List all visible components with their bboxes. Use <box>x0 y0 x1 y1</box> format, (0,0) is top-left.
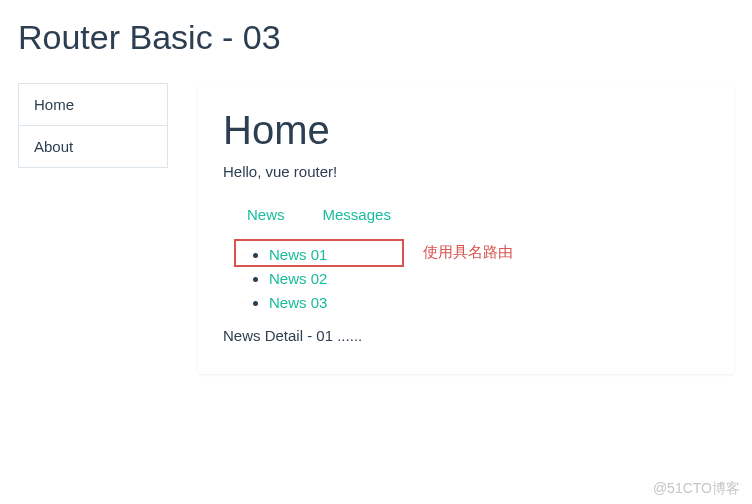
news-list: 使用具名路由 News 01 News 02 News 03 <box>223 243 709 315</box>
sidebar-item-about[interactable]: About <box>19 126 167 167</box>
annotation-text: 使用具名路由 <box>423 243 513 262</box>
tab-news[interactable]: News <box>243 198 289 231</box>
main-greeting: Hello, vue router! <box>223 163 709 180</box>
sidebar-item-home[interactable]: Home <box>19 84 167 126</box>
list-item: News 02 <box>269 267 709 291</box>
layout: Home About Home Hello, vue router! News … <box>18 83 734 374</box>
main-panel: Home Hello, vue router! News Messages 使用… <box>198 83 734 374</box>
main-heading: Home <box>223 108 709 153</box>
news-link-02[interactable]: News 02 <box>269 270 327 287</box>
sidebar: Home About <box>18 83 168 168</box>
watermark: @51CTO博客 <box>653 480 740 498</box>
list-item: News 03 <box>269 291 709 315</box>
tabs: News Messages <box>223 198 709 231</box>
tab-messages[interactable]: Messages <box>319 198 395 231</box>
page-title: Router Basic - 03 <box>18 18 734 57</box>
news-link-03[interactable]: News 03 <box>269 294 327 311</box>
news-link-01[interactable]: News 01 <box>269 246 327 263</box>
news-detail: News Detail - 01 ...... <box>223 327 709 344</box>
